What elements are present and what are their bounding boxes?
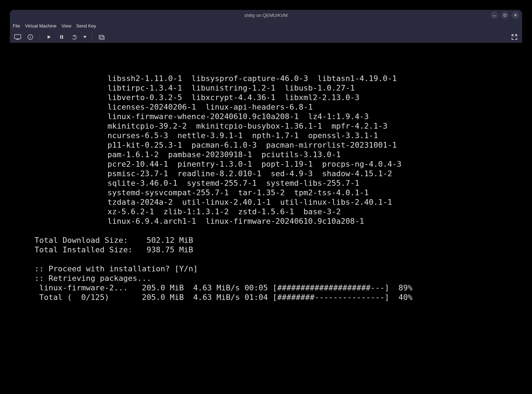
svg-point-7 — [30, 35, 31, 36]
installed-size-line: Total Installed Size: 938.75 MiB — [35, 245, 193, 254]
progress-line-2: Total ( 0/125) 205.0 MiB 4.63 MiB/s 01:0… — [35, 293, 413, 302]
toolbar-separator — [92, 33, 92, 41]
menu-file[interactable]: File — [13, 23, 20, 29]
minimize-button[interactable] — [490, 11, 498, 19]
titlebar: shitty on QEMU/KVM — [10, 10, 522, 20]
window-title: shitty on QEMU/KVM — [245, 13, 288, 18]
window-controls — [490, 11, 519, 19]
menu-view[interactable]: View — [61, 23, 71, 29]
svg-line-18 — [515, 35, 516, 36]
svg-rect-15 — [99, 35, 103, 38]
info-icon[interactable] — [25, 32, 35, 42]
package-list: libssh2-1.11.0-1 libsysprof-capture-46.0… — [35, 74, 497, 226]
menu-virtual-machine[interactable]: Virtual Machine — [25, 23, 56, 29]
download-size-line: Total Download Size: 502.12 MiB — [35, 236, 193, 245]
maximize-button[interactable] — [501, 11, 509, 19]
progress-line-1: linux-firmware-2... 205.0 MiB 4.63 MiB/s… — [35, 283, 413, 292]
terminal-output[interactable]: libssh2-1.11.0-1 libsysprof-capture-46.0… — [10, 43, 522, 394]
svg-rect-10 — [60, 35, 61, 39]
svg-marker-9 — [48, 35, 51, 39]
snapshot-icon[interactable] — [97, 32, 106, 42]
svg-marker-14 — [83, 36, 87, 38]
menu-send-key[interactable]: Send Key — [76, 23, 96, 29]
svg-rect-1 — [504, 14, 506, 16]
svg-rect-16 — [100, 36, 104, 39]
toolbar — [10, 31, 522, 43]
menubar: File Virtual Machine View Send Key — [10, 20, 522, 31]
retrieve-line: :: Retrieving packages... — [35, 274, 151, 283]
power-icon[interactable] — [69, 32, 79, 42]
vm-window: shitty on QEMU/KVM File Virtual Machine … — [10, 10, 522, 43]
play-icon[interactable] — [44, 32, 54, 42]
dropdown-icon[interactable] — [82, 32, 88, 42]
proceed-prompt: :: Proceed with installation? [Y/n] — [35, 264, 198, 273]
toolbar-separator — [39, 33, 40, 41]
console-icon[interactable] — [13, 32, 23, 42]
pause-icon[interactable] — [57, 32, 67, 42]
close-button[interactable] — [512, 11, 519, 19]
svg-rect-11 — [62, 35, 63, 39]
svg-rect-4 — [14, 35, 21, 39]
svg-line-17 — [512, 35, 514, 36]
fullscreen-icon[interactable] — [509, 32, 519, 42]
